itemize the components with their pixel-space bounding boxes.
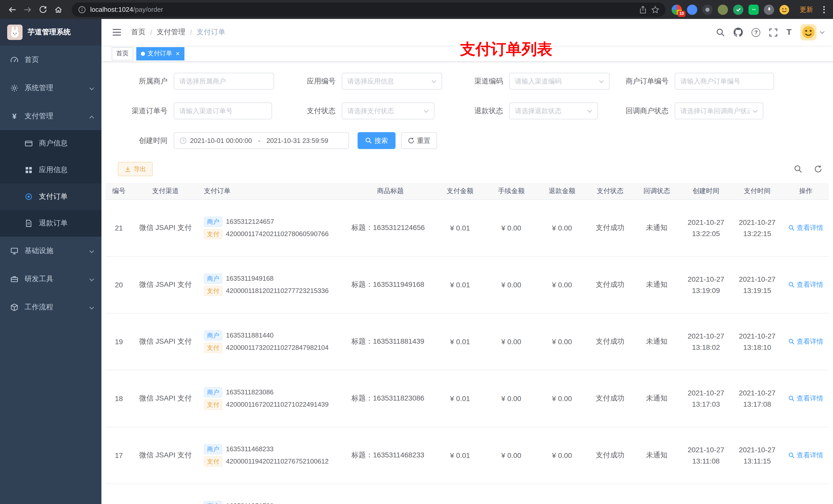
- channel-order-no-input[interactable]: [174, 102, 272, 119]
- cell-action: 查看详情: [783, 199, 829, 256]
- annotation-title: 支付订单列表: [460, 41, 552, 58]
- extension-icon-chat[interactable]: [748, 4, 759, 15]
- browser-back-icon[interactable]: [5, 2, 20, 17]
- header-search-icon[interactable]: [716, 28, 725, 37]
- sidebar-item-payment[interactable]: ¥ 支付管理: [0, 102, 101, 130]
- chevron-down-icon: [753, 107, 758, 115]
- extension-icon-blue[interactable]: [687, 4, 697, 15]
- grid-icon: [25, 166, 33, 174]
- clock-icon: [179, 137, 187, 144]
- cube-icon: [10, 303, 19, 311]
- toggle-search-icon[interactable]: [793, 164, 803, 174]
- sidebar-item-merchant-info[interactable]: 商户信息: [0, 130, 101, 157]
- extension-icon-green-check[interactable]: [733, 4, 743, 15]
- chevron-down-icon: [89, 247, 94, 255]
- app-logo[interactable]: 芋道管理系统: [0, 19, 101, 46]
- filter-row-1: 所属商户 应用编号 请选择应用信息 渠道编码 请输入渠道编码 商户订单编号: [101, 73, 833, 90]
- cell-id: 19: [105, 313, 132, 370]
- sidebar-item-devtools[interactable]: 研发工具: [0, 265, 101, 293]
- col-header-pay-amount: 支付金额: [434, 183, 486, 199]
- site-info-icon[interactable]: [78, 5, 86, 14]
- sidebar-item-system[interactable]: 系统管理: [0, 74, 101, 102]
- browser-update-button[interactable]: 更新: [800, 5, 813, 14]
- cell-channel: 微信 JSAPI 支付: [132, 313, 199, 370]
- cell-create-time: 2021-10-27 13:22:05: [680, 199, 732, 256]
- gear-icon: [10, 84, 19, 92]
- pay-status-select[interactable]: 请选择支付状态: [342, 102, 434, 119]
- table-row: 20 微信 JSAPI 支付 商户 1635311949168 支付 42000…: [105, 256, 829, 313]
- help-icon[interactable]: ?: [752, 28, 760, 37]
- chevron-down-icon: [89, 275, 94, 283]
- view-detail-link[interactable]: 查看详情: [788, 280, 823, 289]
- merchant-order-no: 1635312124657: [226, 218, 274, 225]
- cell-fee-amount: ¥ 0.00: [486, 370, 537, 427]
- merchant-tag: 商户: [204, 387, 222, 397]
- refresh-table-icon[interactable]: [813, 164, 823, 174]
- fullscreen-icon[interactable]: [769, 28, 778, 37]
- filter-row-2: 渠道订单号 支付状态 请选择支付状态 退款状态 请选择退款状态 回调商户状态 请…: [101, 102, 833, 119]
- cell-refund-amount: ¥ 0.00: [537, 256, 587, 313]
- cell-pay-time: 2021-10-27 13:18:10: [732, 313, 783, 370]
- create-time-range-picker[interactable]: 2021-10-01 00:00:00 - 2021-10-31 23:59:5…: [174, 132, 349, 149]
- view-detail-link[interactable]: 查看详情: [788, 393, 823, 403]
- breadcrumb-home[interactable]: 首页: [131, 28, 145, 37]
- toolbox-icon: [10, 275, 19, 283]
- font-size-icon[interactable]: T: [786, 28, 791, 37]
- sidebar-item-infrastructure[interactable]: 基础设施: [0, 237, 101, 265]
- view-detail-link[interactable]: 查看详情: [788, 451, 823, 460]
- browser-forward-icon[interactable]: [21, 2, 35, 17]
- sidebar-item-refund-order[interactable]: 退款订单: [0, 210, 101, 237]
- merchant-input[interactable]: [174, 73, 274, 90]
- browser-menu-icon[interactable]: [820, 6, 828, 13]
- notify-status-select[interactable]: 请选择订单回调商户状态: [675, 102, 763, 119]
- github-icon[interactable]: [734, 28, 743, 37]
- user-menu[interactable]: [800, 24, 825, 41]
- cell-refund-amount: ¥ 0.00: [537, 370, 587, 427]
- cell-action: 查看详情: [783, 370, 829, 427]
- extension-icon-dark[interactable]: [703, 4, 713, 15]
- browser-home-icon[interactable]: [51, 2, 66, 17]
- merchant-order-no: 1635311949168: [226, 274, 273, 282]
- share-icon[interactable]: [639, 5, 647, 14]
- sidebar-item-pay-order[interactable]: 支付订单: [0, 183, 101, 210]
- channel-pay-no: 4200001174202110278060590766: [226, 230, 329, 238]
- extension-icon-colorful[interactable]: 10: [672, 4, 682, 15]
- cell-order: 商户 1635311351786 支付: [199, 483, 346, 504]
- browser-reload-icon[interactable]: [36, 2, 50, 17]
- reset-button[interactable]: 重置: [401, 132, 437, 149]
- col-header-pay-time: 支付时间: [732, 183, 783, 199]
- export-button[interactable]: 导出: [118, 162, 153, 176]
- cell-id: 18: [105, 370, 132, 427]
- refund-status-select[interactable]: 请选择退款状态: [509, 102, 598, 119]
- tab-pay-order[interactable]: 支付订单 ×: [136, 47, 184, 60]
- address-bar[interactable]: localhost:1024/pay/order: [72, 2, 665, 17]
- sidebar-item-home[interactable]: 首页: [0, 46, 101, 74]
- tab-home[interactable]: 首页: [112, 47, 133, 60]
- filter-label: 渠道编码: [427, 73, 503, 90]
- view-detail-link[interactable]: 查看详情: [788, 337, 823, 346]
- cell-title: 标题：1635311823086: [346, 370, 434, 427]
- extension-icon-olive[interactable]: [718, 4, 728, 15]
- channel-pay-no: 4200001181202110277723215336: [226, 287, 329, 294]
- bookmark-star-icon[interactable]: [651, 5, 659, 14]
- cell-order: 商户 1635311881440 支付 42000011732021102728…: [199, 313, 346, 370]
- sidebar-item-workflow[interactable]: 工作流程: [0, 293, 101, 321]
- page: localhost:1024/pay/order 10: [0, 0, 833, 504]
- close-tab-icon[interactable]: ×: [176, 50, 180, 57]
- channel-pay-no: 4200001173202110272847982104: [226, 344, 329, 351]
- merchant-order-no-input[interactable]: [675, 73, 774, 90]
- table-body: 21 微信 JSAPI 支付 商户 1635312124657 支付 42000…: [105, 199, 829, 504]
- search-button[interactable]: 搜索: [358, 132, 396, 149]
- sidebar-item-app-info[interactable]: 应用信息: [0, 157, 101, 183]
- browser-profile-avatar[interactable]: [779, 4, 789, 15]
- logo-avatar: [7, 25, 23, 40]
- sidebar-toggle-icon[interactable]: [110, 25, 124, 40]
- view-detail-link[interactable]: 查看详情: [788, 223, 823, 232]
- extension-icon-pin[interactable]: [764, 4, 774, 15]
- cell-pay-time: 2021-10-27 13:22:15: [732, 199, 783, 256]
- cell-order: 商户 1635312124657 支付 42000011742021102780…: [199, 199, 346, 256]
- breadcrumb: 首页 / 支付管理 / 支付订单: [131, 28, 225, 37]
- sidebar: 芋道管理系统 首页 系统管理 ¥ 支付管理 商户信息: [0, 19, 101, 504]
- cell-pay-time: 2021-10-27 13:11:15: [732, 427, 783, 483]
- breadcrumb-section[interactable]: 支付管理: [157, 28, 186, 37]
